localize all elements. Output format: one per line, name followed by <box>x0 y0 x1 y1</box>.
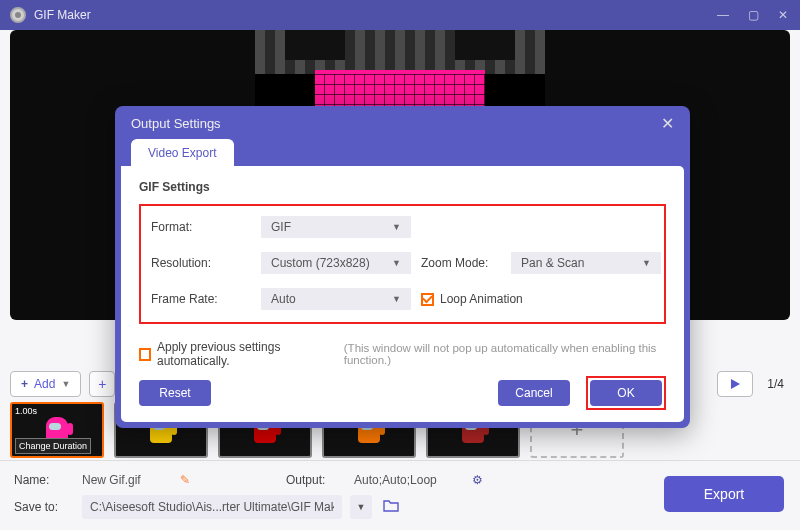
chevron-down-icon: ▼ <box>392 294 401 304</box>
open-folder-button[interactable] <box>380 496 402 518</box>
output-field[interactable] <box>354 473 464 487</box>
zoom-mode-value: Pan & Scan <box>521 256 584 270</box>
save-to-dropdown-button[interactable]: ▼ <box>350 495 372 519</box>
frame-rate-label: Frame Rate: <box>151 292 261 306</box>
play-icon <box>730 379 740 389</box>
checkbox-icon <box>421 293 434 306</box>
window-controls: ― ▢ ✕ <box>716 8 790 22</box>
play-button[interactable] <box>717 371 753 397</box>
change-duration-button[interactable]: Change Duration <box>15 438 91 454</box>
plus-icon: + <box>98 376 106 392</box>
loop-animation-checkbox[interactable]: Loop Animation <box>421 292 661 306</box>
save-to-label: Save to: <box>14 500 74 514</box>
dialog-title: Output Settings <box>131 116 221 131</box>
output-label: Output: <box>286 473 346 487</box>
thumbnail-duration: 1.00s <box>15 406 37 416</box>
svg-marker-0 <box>731 379 740 389</box>
chevron-down-icon: ▼ <box>642 258 651 268</box>
save-to-field[interactable] <box>82 495 342 519</box>
name-label: Name: <box>14 473 74 487</box>
close-icon[interactable]: ✕ <box>661 114 674 133</box>
gear-icon[interactable]: ⚙ <box>472 473 483 487</box>
plus-icon: + <box>21 377 28 391</box>
auto-apply-note: (This window will not pop up automatical… <box>344 342 666 366</box>
chevron-down-icon: ▼ <box>61 379 70 389</box>
folder-icon <box>383 498 399 512</box>
close-window-icon[interactable]: ✕ <box>776 8 790 22</box>
auto-apply-checkbox[interactable]: Apply previous settings automatically. (… <box>139 340 666 368</box>
app-logo-icon <box>10 7 26 23</box>
ok-highlight-box: OK <box>586 376 666 410</box>
export-button[interactable]: Export <box>664 476 784 512</box>
name-field[interactable] <box>82 473 172 487</box>
frame-rate-dropdown[interactable]: Auto ▼ <box>261 288 411 310</box>
format-dropdown[interactable]: GIF ▼ <box>261 216 411 238</box>
auto-apply-label: Apply previous settings automatically. <box>157 340 334 368</box>
gif-settings-heading: GIF Settings <box>139 180 666 194</box>
chevron-down-icon: ▼ <box>392 258 401 268</box>
frame-rate-value: Auto <box>271 292 296 306</box>
cancel-button[interactable]: Cancel <box>498 380 570 406</box>
loop-animation-label: Loop Animation <box>440 292 523 306</box>
page-indicator: 1/4 <box>761 377 790 391</box>
zoom-mode-label: Zoom Mode: <box>421 256 511 270</box>
bottom-bar: Name: ✎ Output: ⚙ Save to: ▼ Export <box>0 460 800 530</box>
format-label: Format: <box>151 220 261 234</box>
edit-icon[interactable]: ✎ <box>180 473 190 487</box>
add-button[interactable]: + Add ▼ <box>10 371 81 397</box>
minimize-icon[interactable]: ― <box>716 8 730 22</box>
checkbox-icon <box>139 348 151 361</box>
dialog-footer: Reset Cancel OK <box>139 376 666 410</box>
tab-video-export[interactable]: Video Export <box>131 139 234 166</box>
app-title: GIF Maker <box>34 8 716 22</box>
reset-button[interactable]: Reset <box>139 380 211 406</box>
thumbnail[interactable]: 1.00s Change Duration <box>10 402 104 458</box>
resolution-value: Custom (723x828) <box>271 256 370 270</box>
ok-button[interactable]: OK <box>590 380 662 406</box>
add-button-label: Add <box>34 377 55 391</box>
title-bar: GIF Maker ― ▢ ✕ <box>0 0 800 30</box>
resolution-label: Resolution: <box>151 256 261 270</box>
resolution-dropdown[interactable]: Custom (723x828) ▼ <box>261 252 411 274</box>
maximize-icon[interactable]: ▢ <box>746 8 760 22</box>
add-square-button[interactable]: + <box>89 371 115 397</box>
output-settings-dialog: Output Settings ✕ Video Export GIF Setti… <box>115 106 690 428</box>
dialog-body: GIF Settings Format: GIF ▼ Resolution: C… <box>121 166 684 422</box>
dialog-header: Output Settings ✕ <box>115 106 690 139</box>
chevron-down-icon: ▼ <box>392 222 401 232</box>
dialog-tabs: Video Export <box>115 139 690 166</box>
zoom-mode-dropdown[interactable]: Pan & Scan ▼ <box>511 252 661 274</box>
format-value: GIF <box>271 220 291 234</box>
gif-settings-form: Format: GIF ▼ Resolution: Custom (723x82… <box>139 204 666 324</box>
